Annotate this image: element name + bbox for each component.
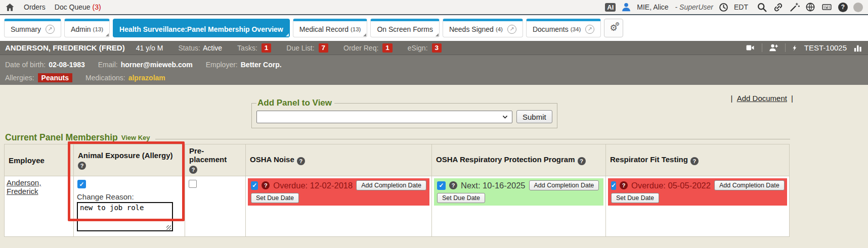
bar-chart-icon[interactable] — [853, 43, 863, 53]
add-completion-date-button[interactable]: Add Completion Date — [529, 180, 599, 190]
help-icon[interactable]: ? — [620, 181, 628, 189]
dob-value: 02-08-1983 — [49, 61, 85, 69]
respirator-fit-status-block: ✓ ? Overdue: 05-05-2022 Add Completion D… — [608, 178, 787, 206]
tasks-label: Tasks: — [237, 44, 257, 52]
video-camera-icon[interactable] — [745, 43, 756, 52]
top-navigation-bar: Orders Doc Queue (3) AI MIE, Alice - Sup… — [0, 0, 868, 15]
column-header-pre-placement: Pre-placement ? — [185, 144, 246, 176]
allergies-label: Allergies: — [5, 74, 34, 82]
help-icon[interactable]: ? — [838, 3, 848, 12]
help-icon[interactable]: ? — [297, 157, 305, 165]
help-icon[interactable]: ? — [690, 157, 699, 165]
chart-id: TEST-10025 — [804, 43, 847, 52]
submit-button[interactable]: Submit — [516, 110, 552, 123]
tab-summary[interactable]: Summary ↗ — [4, 19, 61, 37]
osha-respiratory-cell: ✓ ? Next: 10-16-2025 Add Completion Date… — [432, 176, 606, 237]
tab-fold-corner — [363, 33, 366, 36]
external-link-icon: ↗ — [507, 25, 516, 34]
orders-menu-item[interactable]: Orders — [24, 3, 46, 11]
add-panel-fieldset: Add Panel to View Submit — [251, 98, 557, 128]
help-icon[interactable]: ? — [449, 181, 457, 189]
add-completion-date-button[interactable]: Add Completion Date — [714, 180, 785, 190]
add-completion-date-button[interactable]: Add Completion Date — [356, 180, 426, 190]
due-list-count-badge[interactable]: 7 — [319, 43, 329, 53]
column-header-employee: Employee — [5, 144, 74, 176]
keyboard-icon[interactable] — [821, 2, 833, 12]
clock-icon[interactable] — [719, 3, 728, 12]
help-icon[interactable]: ? — [78, 162, 86, 170]
pre-placement-checkbox[interactable] — [189, 180, 197, 188]
divider — [785, 43, 786, 52]
tab-fold-corner — [106, 33, 109, 36]
chart-tab-bar: Summary ↗ Admin (13) Health Surveillance… — [0, 15, 868, 41]
panel-select[interactable] — [256, 111, 512, 123]
tab-label: Health Surveillance:Panel Membership Ove… — [119, 25, 283, 33]
panel-membership-table: Employee Animal Exposure (Allergy) ? Pre… — [4, 144, 790, 237]
tab-medical-record[interactable]: Medical Record (13) — [293, 19, 368, 37]
animal-exposure-cell: ✓ Change Reason: new to job role — [74, 176, 185, 237]
employee-link[interactable]: Anderson, Frederick — [7, 178, 41, 195]
animal-exposure-checkbox[interactable]: ✓ — [77, 180, 86, 188]
employer-value: Better Corp. — [241, 61, 282, 69]
tab-needs-signed[interactable]: Needs Signed (4) ↗ — [443, 19, 523, 37]
home-icon[interactable] — [5, 3, 15, 12]
main-content: | Add Document | Add Panel to View Submi… — [0, 85, 868, 248]
pipe: | — [731, 94, 733, 103]
help-icon[interactable]: ? — [189, 166, 197, 174]
osha-noise-status: Overdue: 12-02-2018 — [273, 181, 353, 190]
set-due-date-button[interactable]: Set Due Date — [251, 193, 299, 203]
timezone-label: EDT — [734, 3, 748, 11]
doc-queue-menu-item[interactable]: Doc Queue (3) — [55, 3, 101, 11]
osha-noise-checkbox[interactable]: ✓ — [251, 181, 258, 190]
wand-icon[interactable] — [789, 2, 800, 13]
add-person-icon[interactable] — [768, 43, 779, 53]
tab-documents[interactable]: Documents (34) ↗ — [526, 19, 601, 37]
tasks-count-badge[interactable]: 1 — [262, 43, 272, 53]
set-due-date-button[interactable]: Set Due Date — [437, 193, 485, 203]
help-icon[interactable]: ? — [578, 157, 586, 165]
user-icon — [621, 2, 631, 12]
order-req-label: Order Req: — [343, 44, 378, 52]
divider — [762, 43, 762, 52]
add-document-link[interactable]: Add Document — [737, 94, 787, 103]
medication-value[interactable]: alprazolam — [128, 74, 165, 82]
allergy-badge[interactable]: Peanuts — [38, 73, 72, 82]
tab-settings-button[interactable]: ⚙ ⚙ — [604, 19, 623, 37]
patient-name: ANDERSON, FREDERICK (FRED) — [5, 43, 125, 52]
search-icon[interactable] — [757, 2, 767, 13]
chevron-down-icon — [502, 114, 508, 120]
respirator-fit-cell: ✓ ? Overdue: 05-05-2022 Add Completion D… — [606, 176, 790, 237]
column-header-osha-respiratory: OSHA Respiratory Protection Program? — [432, 144, 606, 176]
status-label: Status: — [178, 44, 200, 52]
tab-count: (13) — [351, 26, 361, 32]
pipe: | — [791, 94, 793, 103]
tab-on-screen-forms[interactable]: On Screen Forms — [370, 19, 439, 37]
patient-info-bar: Date of birth: 02-08-1983 Email: horner@… — [0, 55, 868, 85]
due-list-label: Due List: — [286, 44, 314, 52]
column-header-osha-noise: OSHA Noise? — [246, 144, 432, 176]
current-panel-membership-header: Current Panel Membership View Key — [5, 132, 790, 143]
change-reason-textarea[interactable]: new to job role — [77, 202, 173, 231]
osha-respiratory-checkbox[interactable]: ✓ — [437, 181, 446, 190]
set-due-date-button[interactable]: Set Due Date — [611, 193, 659, 203]
osha-respiratory-status: Next: 10-16-2025 — [461, 181, 526, 190]
view-key-link[interactable]: View Key — [121, 134, 150, 141]
tab-health-surveillance-panel-membership[interactable]: Health Surveillance:Panel Membership Ove… — [113, 19, 290, 37]
add-panel-legend: Add Panel to View — [256, 98, 334, 108]
help-icon[interactable]: ? — [262, 181, 270, 189]
ai-badge[interactable]: AI — [605, 3, 616, 12]
tab-admin[interactable]: Admin (13) — [64, 19, 110, 37]
esign-count-badge[interactable]: 3 — [432, 43, 442, 53]
respirator-fit-status: Overdue: 05-05-2022 — [631, 181, 711, 190]
section-title: Current Panel Membership — [5, 132, 118, 143]
order-req-count-badge[interactable]: 1 — [382, 43, 393, 53]
user-name[interactable]: MIE, Alice — [637, 3, 668, 11]
link-icon[interactable] — [773, 2, 784, 13]
tab-label: On Screen Forms — [377, 25, 432, 33]
divider — [155, 139, 790, 139]
tab-label: Summary — [11, 25, 41, 33]
email-value: horner@mieweb.com — [121, 61, 193, 69]
lightning-icon[interactable] — [792, 43, 798, 53]
respirator-fit-checkbox[interactable]: ✓ — [611, 181, 616, 190]
globe-icon[interactable] — [805, 2, 815, 12]
